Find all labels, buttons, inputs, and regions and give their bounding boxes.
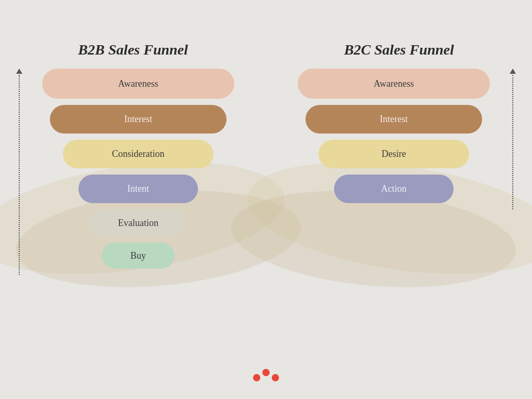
b2b-stage-evaluation: Evaluation (90, 209, 187, 236)
b2b-stage-awareness: Awareness (42, 69, 234, 99)
brand-logo (250, 363, 282, 384)
b2b-arrow-line (19, 75, 20, 275)
b2c-stage-desire: Desire (318, 140, 469, 168)
b2c-stage-awareness: Awareness (298, 69, 490, 99)
svg-point-1 (262, 369, 270, 376)
logo-container (250, 363, 282, 386)
b2c-arrow-line (512, 75, 513, 209)
b2b-title: B2B Sales Funnel (29, 42, 237, 58)
b2c-stage-interest: Interest (305, 105, 482, 134)
funnels-row: Awareness Interest Consideration Intent … (0, 69, 532, 275)
b2b-stage-interest: Interest (50, 105, 227, 134)
b2c-arrow (510, 69, 516, 209)
b2b-funnel: Awareness Interest Consideration Intent … (26, 69, 250, 275)
b2b-stage-buy: Buy (102, 243, 175, 269)
b2c-funnel: Awareness Interest Desire Action (282, 69, 506, 209)
titles-row: B2B Sales Funnel B2C Sales Funnel (0, 0, 532, 69)
b2c-stage-action: Action (334, 175, 454, 203)
svg-point-2 (272, 374, 279, 381)
b2c-arrow-up (510, 69, 516, 74)
main-container: B2B Sales Funnel B2C Sales Funnel Awaren… (0, 0, 532, 399)
b2b-arrow (16, 69, 22, 275)
b2b-stage-intent: Intent (78, 175, 198, 203)
svg-point-0 (253, 374, 260, 381)
b2c-title: B2C Sales Funnel (295, 42, 503, 58)
b2b-stage-consideration: Consideration (63, 140, 214, 168)
b2b-arrow-up (16, 69, 22, 74)
